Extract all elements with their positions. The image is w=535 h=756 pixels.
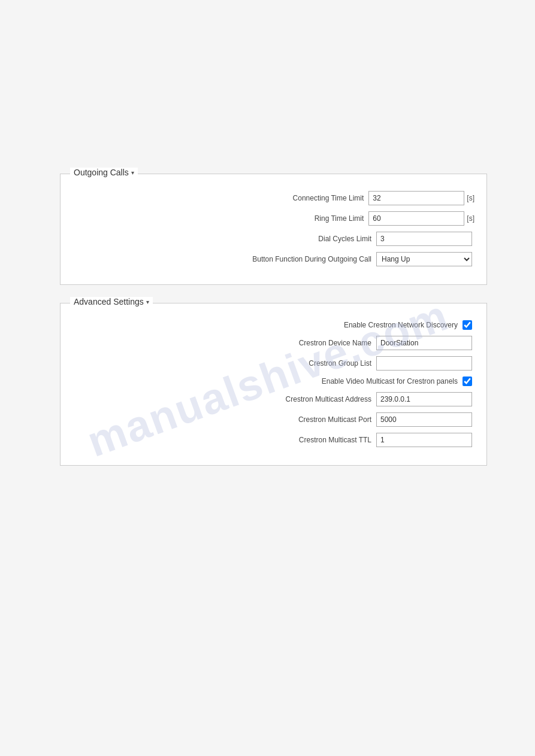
advanced-settings-content: Enable Crestron Network Discovery Crestr… <box>72 320 474 447</box>
advanced-settings-section: Advanced Settings ▾ Enable Crestron Netw… <box>60 303 487 466</box>
enable-crestron-discovery-label: Enable Crestron Network Discovery <box>290 321 458 329</box>
page-container: manualshive.com Outgoing Calls ▾ Connect… <box>0 0 535 756</box>
dial-cycles-limit-input[interactable] <box>376 232 472 246</box>
crestron-multicast-address-row: Crestron Multicast Address <box>72 392 474 406</box>
advanced-settings-box: Advanced Settings ▾ Enable Crestron Netw… <box>60 303 487 466</box>
enable-video-multicast-label: Enable Video Multicast for Crestron pane… <box>290 377 458 385</box>
crestron-multicast-port-label: Crestron Multicast Port <box>204 415 371 424</box>
ring-time-limit-input[interactable] <box>368 211 464 226</box>
enable-video-multicast-checkbox[interactable] <box>463 377 472 386</box>
connecting-time-limit-row: Connecting Time Limit [s] <box>72 191 474 205</box>
connecting-time-limit-label: Connecting Time Limit <box>196 194 364 202</box>
outgoing-calls-title: Outgoing Calls <box>74 168 129 177</box>
enable-video-multicast-row: Enable Video Multicast for Crestron pane… <box>72 377 474 386</box>
enable-crestron-discovery-row: Enable Crestron Network Discovery <box>72 320 474 330</box>
crestron-multicast-address-label: Crestron Multicast Address <box>204 395 371 403</box>
crestron-device-name-row: Crestron Device Name <box>72 336 474 350</box>
crestron-multicast-address-input[interactable] <box>376 392 472 406</box>
button-function-row: Button Function During Outgoing Call Han… <box>72 252 474 266</box>
crestron-multicast-ttl-input[interactable] <box>376 433 472 447</box>
outgoing-calls-content: Connecting Time Limit [s] Ring Time Limi… <box>72 191 474 266</box>
ring-time-limit-label: Ring Time Limit <box>196 214 364 223</box>
crestron-multicast-port-row: Crestron Multicast Port <box>72 412 474 427</box>
dial-cycles-limit-row: Dial Cycles Limit <box>72 232 474 246</box>
crestron-device-name-input[interactable] <box>376 336 472 350</box>
crestron-device-name-label: Crestron Device Name <box>204 339 371 347</box>
advanced-settings-header[interactable]: Advanced Settings ▾ <box>70 297 153 306</box>
outgoing-calls-box: Outgoing Calls ▾ Connecting Time Limit [… <box>60 174 487 285</box>
crestron-group-list-row: Crestron Group List <box>72 356 474 371</box>
dial-cycles-limit-label: Dial Cycles Limit <box>204 235 371 243</box>
connecting-time-limit-input[interactable] <box>368 191 464 205</box>
crestron-group-list-label: Crestron Group List <box>204 359 371 368</box>
ring-time-limit-unit: [s] <box>467 214 474 223</box>
outgoing-calls-section: Outgoing Calls ▾ Connecting Time Limit [… <box>60 174 487 285</box>
crestron-multicast-ttl-row: Crestron Multicast TTL <box>72 433 474 447</box>
outgoing-calls-chevron: ▾ <box>131 169 134 176</box>
connecting-time-limit-unit: [s] <box>467 194 474 202</box>
crestron-group-list-input[interactable] <box>376 356 472 371</box>
button-function-label: Button Function During Outgoing Call <box>204 255 371 263</box>
enable-crestron-discovery-checkbox[interactable] <box>463 320 472 330</box>
crestron-multicast-ttl-label: Crestron Multicast TTL <box>204 436 371 444</box>
button-function-select[interactable]: Hang Up Cancel Ignore <box>376 252 472 266</box>
advanced-settings-title: Advanced Settings <box>74 297 144 306</box>
outgoing-calls-header[interactable]: Outgoing Calls ▾ <box>70 168 138 177</box>
crestron-multicast-port-input[interactable] <box>376 412 472 427</box>
advanced-settings-chevron: ▾ <box>146 299 149 305</box>
ring-time-limit-row: Ring Time Limit [s] <box>72 211 474 226</box>
